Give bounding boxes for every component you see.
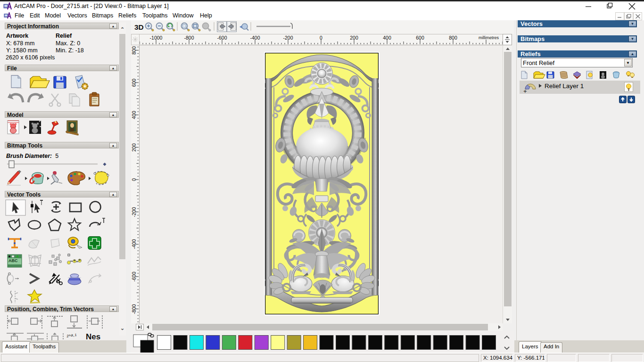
svg-text:-200: -200: [131, 207, 137, 217]
svg-text:400: 400: [383, 35, 391, 41]
svg-text:-800: -800: [184, 35, 194, 41]
svg-text:-200: -200: [283, 35, 293, 41]
svg-text:0: 0: [131, 178, 137, 181]
svg-text:-400: -400: [131, 239, 137, 249]
svg-text:800: 800: [449, 35, 457, 41]
svg-text:600: 600: [416, 35, 424, 41]
svg-text:3D: 3D: [134, 23, 144, 31]
svg-text:²°ª·¹: ²°ª·¹: [66, 332, 77, 340]
svg-text:800: 800: [131, 46, 137, 55]
svg-text:-600: -600: [131, 272, 137, 281]
svg-text:200: 200: [350, 35, 358, 41]
svg-text:Nes: Nes: [86, 332, 100, 340]
svg-text:400: 400: [131, 111, 137, 119]
svg-text:-400: -400: [250, 35, 260, 41]
svg-text:+: +: [523, 88, 527, 94]
svg-text:millimetres: millimetres: [479, 35, 499, 40]
svg-text:200: 200: [131, 143, 137, 152]
svg-text:600: 600: [131, 79, 137, 87]
svg-text:-1000: -1000: [150, 35, 163, 41]
svg-text:ABC: ABC: [8, 258, 18, 263]
svg-text:-800: -800: [131, 304, 137, 314]
svg-text:-600: -600: [217, 35, 227, 41]
svg-text:0: 0: [320, 35, 322, 41]
